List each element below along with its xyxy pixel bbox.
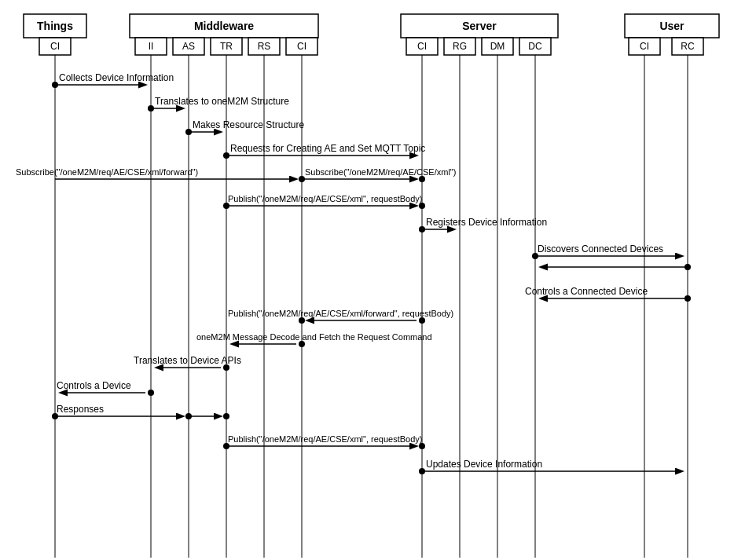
- svg-text:Publish("/oneM2M/req/AE/CSE/xm: Publish("/oneM2M/req/AE/CSE/xml/forward"…: [228, 309, 453, 318]
- svg-text:Updates Device Information: Updates Device Information: [426, 459, 542, 470]
- svg-point-61: [419, 176, 425, 182]
- svg-text:Middleware: Middleware: [194, 20, 254, 32]
- svg-text:Requests for Creating AE and S: Requests for Creating AE and Set MQTT To…: [230, 143, 425, 154]
- svg-text:Registers Device Information: Registers Device Information: [426, 217, 547, 228]
- svg-text:Collects Device Information: Collects Device Information: [59, 72, 174, 83]
- svg-text:DC: DC: [528, 41, 542, 52]
- svg-text:RC: RC: [681, 41, 695, 52]
- svg-text:User: User: [659, 20, 684, 32]
- svg-point-73: [684, 264, 691, 270]
- svg-text:RG: RG: [453, 41, 467, 52]
- svg-point-76: [684, 295, 691, 302]
- svg-point-92: [52, 413, 58, 419]
- svg-point-89: [148, 390, 154, 396]
- svg-text:Responses: Responses: [57, 404, 104, 415]
- svg-point-65: [419, 203, 425, 209]
- svg-point-72: [532, 253, 538, 259]
- svg-point-52: [185, 129, 192, 135]
- svg-point-99: [419, 443, 425, 449]
- svg-text:CI: CI: [50, 41, 60, 52]
- svg-point-68: [419, 226, 425, 232]
- svg-text:Translates to oneM2M Structure: Translates to oneM2M Structure: [155, 96, 289, 107]
- svg-text:Things: Things: [37, 20, 73, 32]
- svg-point-86: [223, 364, 229, 371]
- svg-text:II: II: [149, 41, 154, 52]
- svg-text:CI: CI: [297, 41, 306, 52]
- svg-point-46: [52, 82, 58, 88]
- svg-point-55: [223, 152, 229, 159]
- svg-point-83: [299, 341, 305, 347]
- svg-text:Controls a Device: Controls a Device: [57, 380, 131, 391]
- svg-point-64: [223, 203, 229, 209]
- svg-text:CI: CI: [640, 41, 649, 52]
- svg-text:TR: TR: [220, 41, 233, 52]
- svg-text:Publish("/oneM2M/req/AE/CSE/xm: Publish("/oneM2M/req/AE/CSE/xml", reques…: [228, 194, 422, 203]
- svg-text:AS: AS: [182, 41, 195, 52]
- svg-text:CI: CI: [417, 41, 427, 52]
- svg-text:oneM2M Message Decode and Fetc: oneM2M Message Decode and Fetch the Requ…: [196, 332, 432, 342]
- svg-point-102: [419, 468, 425, 474]
- svg-text:Server: Server: [462, 20, 497, 32]
- svg-point-80: [299, 317, 305, 324]
- svg-text:Publish("/oneM2M/req/AE/CSE/xm: Publish("/oneM2M/req/AE/CSE/xml", reques…: [228, 434, 422, 444]
- sequence-diagram: Things CI Middleware II AS TR RS CI Serv…: [0, 0, 745, 560]
- svg-point-49: [148, 105, 154, 112]
- svg-text:Subscribe("/oneM2M/req/AE/CSE/: Subscribe("/oneM2M/req/AE/CSE/xml/forwar…: [16, 167, 198, 177]
- svg-text:Subscribe("/oneM2M/req/AE/CSE/: Subscribe("/oneM2M/req/AE/CSE/xml"): [305, 167, 456, 177]
- svg-text:DM: DM: [490, 41, 505, 52]
- svg-text:Makes Resource Structure: Makes Resource Structure: [193, 119, 304, 130]
- svg-point-98: [223, 443, 229, 449]
- svg-text:Translates to Device APIs: Translates to Device APIs: [134, 355, 241, 366]
- svg-text:RS: RS: [258, 41, 271, 52]
- svg-text:Discovers Connected Devices: Discovers Connected Devices: [538, 243, 663, 254]
- svg-point-95: [223, 413, 229, 419]
- svg-point-79: [419, 317, 425, 324]
- svg-text:Controls a Connected Device: Controls a Connected Device: [525, 286, 648, 297]
